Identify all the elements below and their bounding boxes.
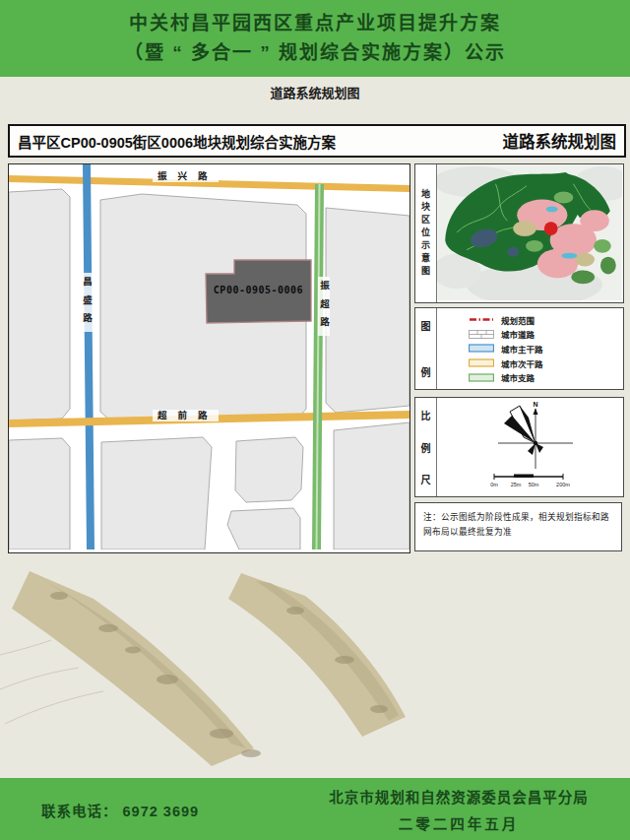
- legend-item-arterial-road: 城市主干路: [469, 343, 623, 355]
- scale-title-char1: 比: [421, 408, 431, 422]
- legend-label: 城市次干路: [501, 357, 543, 369]
- scale-box: 比 例 尺 N 0m 25m 50m 200m: [414, 397, 624, 497]
- scale-tick-0: 0m: [490, 482, 498, 487]
- issue-date: 二零二四年五月: [295, 812, 622, 833]
- north-arrow-and-scalebar: N 0m 25m 50m 200m: [437, 398, 620, 494]
- scale-title-char3: 尺: [421, 472, 431, 486]
- notice-title-line1: 中关村昌平园西区重点产业项目提升方案: [129, 9, 501, 38]
- scale-title-strip: 比 例 尺: [415, 398, 437, 496]
- sheet-header-right-title: 道路系统规划图: [503, 129, 617, 153]
- location-inset-box: 地块区位示意图: [414, 163, 624, 303]
- sheet-header: 昌平区CP00-0905街区0006地块规划综合实施方案 道路系统规划图: [8, 124, 626, 158]
- road-map-panel: 振兴路 超前路 昌盛路 振超路 CP00-0905-0006: [8, 163, 410, 553]
- planning-extent-swatch: [469, 315, 494, 324]
- road-map-drawing: [9, 164, 410, 549]
- notice-banner: 中关村昌平园西区重点产业项目提升方案 （暨 “ 多合一 ” 规划综合实施方案）公…: [0, 0, 630, 77]
- footer-bar: 联系电话： 6972 3699 北京市规划和自然资源委员会昌平分局 二零二四年五…: [0, 778, 630, 840]
- legend-label: 城市主干路: [501, 343, 543, 355]
- notice-title-line2: （暨 “ 多合一 ” 规划综合实施方案）公示: [124, 38, 506, 68]
- scale-title-char2: 例: [421, 440, 431, 455]
- scale-tick-1: 25m: [511, 482, 522, 487]
- contact-phone: 联系电话： 6972 3699: [41, 800, 199, 820]
- legend-label: 城市支路: [501, 371, 535, 383]
- road-label-zhenxing: 振兴路: [153, 170, 219, 182]
- legend-item-secondary-road: 城市次干路: [469, 357, 623, 369]
- legend-item-planning-extent: 规划范围: [469, 314, 623, 326]
- district-location-map: [437, 164, 622, 300]
- branch-road-swatch: [469, 373, 494, 382]
- note-text: 注：公示图纸为阶段性成果，相关规划指标和路网布局以最终批复为准: [423, 510, 613, 539]
- sheet-subtitle: 道路系统规划图: [0, 83, 630, 101]
- road-label-chaoqian: 超前路: [153, 410, 219, 421]
- issuing-organization: 北京市规划和自然资源委员会昌平分局: [295, 786, 622, 807]
- note-box: 注：公示图纸为阶段性成果，相关规划指标和路网布局以最终批复为准: [414, 502, 622, 551]
- location-inset-title: 地块区位示意图: [419, 189, 432, 279]
- city-road-swatch: [469, 330, 494, 339]
- scale-tick-3: 200m: [556, 482, 570, 487]
- legend-item-city-road: 城市道路: [469, 328, 623, 340]
- north-label: N: [533, 401, 537, 408]
- road-label-changsheng: 昌盛路: [81, 273, 93, 332]
- legend-label: 规划范围: [501, 314, 535, 326]
- legend-title-char1: 图: [421, 318, 431, 333]
- arterial-road-swatch: [469, 344, 494, 353]
- legend-label: 城市道路: [501, 328, 535, 340]
- location-inset-title-strip: 地块区位示意图: [415, 164, 437, 302]
- legend-box: 图 例 规划范围 城市道路 城市主干路: [414, 307, 624, 390]
- road-label-zhenchao: 振超路: [318, 277, 330, 336]
- scale-tick-2: 50m: [529, 482, 539, 487]
- legend-title-strip: 图 例: [415, 308, 437, 389]
- legend-item-branch-road: 城市支路: [469, 371, 623, 383]
- parcel-label: CP00-0905-0006: [206, 286, 311, 296]
- inset-highlight-plot: [544, 222, 558, 235]
- secondary-road-swatch: [469, 358, 494, 367]
- sheet-header-left-title: 昌平区CP00-0905街区0006地块规划综合实施方案: [18, 131, 336, 152]
- changsheng-road-shape: [83, 164, 94, 549]
- legend-title-char2: 例: [421, 364, 431, 379]
- background-mountain-painting: [0, 551, 630, 778]
